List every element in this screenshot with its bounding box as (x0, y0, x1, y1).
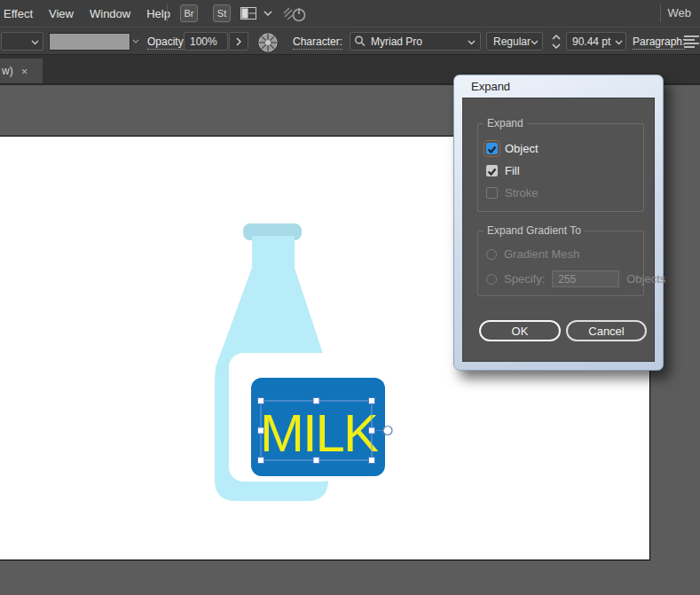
option-row-stroke: Stroke (486, 186, 539, 200)
arrange-documents-icon[interactable] (240, 7, 256, 20)
expand-group-label: Expand (484, 117, 527, 129)
stock-icon[interactable]: St (213, 4, 231, 22)
search-icon (354, 35, 366, 47)
document-tab-title: w) (2, 65, 13, 77)
menu-window[interactable]: Window (90, 7, 130, 20)
menu-bar: Effect View Window Help Br St Web (0, 0, 700, 27)
workspace-label[interactable]: Web (668, 6, 692, 20)
dialog-body: Expand Object Fill (462, 98, 655, 362)
paragraph-label[interactable]: Paragraph: (633, 35, 685, 50)
gradient-mesh-label: Gradient Mesh (504, 247, 579, 261)
objects-suffix-label: Objects (626, 272, 665, 286)
option-row-gradient-mesh: Gradient Mesh (486, 247, 579, 261)
check-icon (486, 144, 498, 155)
control-bar: Opacity: 100% Character: Myriad Pro (0, 27, 700, 55)
width-profile-preview[interactable] (49, 33, 130, 51)
fill-label: Fill (505, 164, 520, 177)
chevron-down-icon (31, 40, 39, 45)
gpu-performance-icon[interactable] (282, 4, 307, 23)
option-row-object: Object (486, 142, 539, 155)
chevron-down-icon[interactable] (132, 39, 139, 43)
expand-dialog: Expand Expand Object Fill (453, 74, 664, 371)
illustrator-window: Effect View Window Help Br St Web (0, 0, 700, 595)
object-label: Object (505, 142, 539, 155)
menu-right-divider (660, 4, 661, 22)
dialog-title: Expand (471, 80, 510, 93)
specify-radio (486, 274, 497, 285)
menu-items: Effect View Window Help (4, 0, 170, 27)
font-size-stepper[interactable] (551, 34, 562, 50)
font-size-field[interactable]: 90.44 pt (566, 32, 626, 51)
font-size-value: 90.44 pt (572, 35, 610, 48)
option-row-fill: Fill (486, 164, 520, 177)
character-label[interactable]: Character: (293, 35, 342, 50)
gradient-mesh-radio (486, 249, 497, 260)
stroke-checkbox (486, 187, 498, 199)
opacity-expand-button[interactable] (229, 32, 248, 51)
opacity-value: 100% (190, 35, 217, 48)
style-dropdown[interactable] (1, 32, 43, 51)
opacity-field[interactable]: 100% (184, 32, 228, 51)
bridge-icon[interactable]: Br (180, 4, 198, 22)
tab-close-icon[interactable]: × (21, 65, 28, 78)
specify-input (552, 270, 619, 287)
menu-effect[interactable]: Effect (4, 7, 33, 20)
chevron-down-icon (615, 40, 623, 45)
font-style-value: Regular (493, 35, 531, 48)
ok-button[interactable]: OK (479, 320, 561, 341)
font-family-value: Myriad Pro (371, 35, 422, 48)
menu-view[interactable]: View (49, 7, 74, 20)
gradient-group-label: Expand Gradient To (484, 224, 585, 237)
opacity-label[interactable]: Opacity: (147, 35, 186, 50)
fill-checkbox[interactable] (486, 165, 498, 176)
cancel-button[interactable]: Cancel (566, 320, 647, 341)
font-style-field[interactable]: Regular (486, 32, 543, 51)
chevron-right-icon (236, 37, 241, 46)
object-checkbox[interactable] (486, 143, 498, 154)
check-icon (486, 166, 498, 177)
document-tab[interactable]: w) × (0, 59, 43, 83)
chevron-down-icon[interactable] (263, 11, 272, 16)
stroke-label: Stroke (505, 186, 539, 200)
color-wheel-icon[interactable] (258, 33, 278, 52)
align-left-icon[interactable] (684, 35, 700, 49)
menu-divider (167, 4, 168, 22)
font-family-field[interactable]: Myriad Pro (350, 32, 481, 51)
chevron-down-icon (531, 40, 539, 45)
option-row-specify: Specify: Objects (486, 270, 665, 287)
chevron-down-icon (468, 40, 476, 45)
specify-label: Specify: (504, 272, 545, 286)
